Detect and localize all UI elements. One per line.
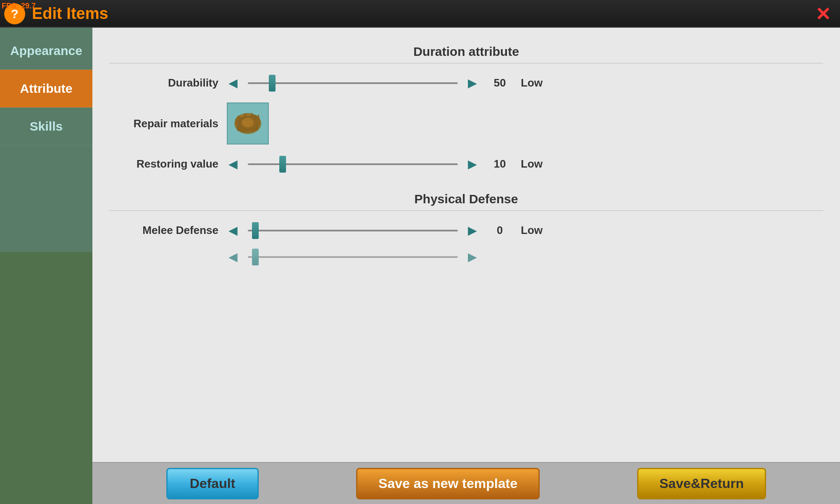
durability-track bbox=[248, 82, 458, 84]
header-bar: FPS: 29.7 ? Edit Items ✕ bbox=[0, 0, 840, 28]
fps-counter: FPS: 29.7 bbox=[2, 2, 36, 10]
restoring-value-row: Restoring value ◀ ▶ 10 Low bbox=[109, 157, 823, 171]
restoring-value-display: 10 bbox=[487, 158, 512, 171]
save-template-button[interactable]: Save as new template bbox=[356, 468, 540, 499]
duration-section-header: Duration attribute bbox=[109, 36, 823, 63]
durability-increase-button[interactable]: ▶ bbox=[466, 76, 479, 90]
melee-slider[interactable] bbox=[248, 226, 458, 235]
partial-slider[interactable] bbox=[248, 253, 458, 261]
melee-track bbox=[248, 230, 458, 231]
restoring-thumb[interactable] bbox=[279, 156, 286, 173]
partial-increase-button[interactable]: ▶ bbox=[466, 250, 479, 264]
content-scroll[interactable]: Duration attribute Durability ◀ ▶ 50 Low… bbox=[92, 28, 840, 462]
melee-value: 0 bbox=[487, 224, 512, 237]
bottom-bar: Default Save as new template Save&Return bbox=[92, 462, 840, 504]
content-area: Duration attribute Durability ◀ ▶ 50 Low… bbox=[92, 28, 840, 504]
partial-thumb[interactable] bbox=[252, 249, 259, 265]
main-container: Appearance Attribute Skills Duration att… bbox=[0, 28, 840, 504]
melee-rating: Low bbox=[521, 224, 554, 237]
sidebar-item-attribute[interactable]: Attribute bbox=[0, 70, 92, 108]
melee-defense-row: Melee Defense ◀ ▶ 0 Low bbox=[109, 223, 823, 237]
repair-materials-label: Repair materials bbox=[109, 117, 218, 130]
restoring-value-label: Restoring value bbox=[109, 158, 218, 171]
save-return-button[interactable]: Save&Return bbox=[637, 468, 766, 499]
melee-thumb[interactable] bbox=[252, 222, 259, 239]
durability-label: Durability bbox=[109, 76, 218, 89]
partial-row: ◀ ▶ bbox=[109, 250, 823, 264]
durability-slider[interactable] bbox=[248, 79, 458, 87]
restoring-slider[interactable] bbox=[248, 160, 458, 168]
repair-materials-row: Repair materials bbox=[109, 102, 823, 144]
sidebar-attribute-label: Attribute bbox=[20, 81, 73, 96]
melee-increase-button[interactable]: ▶ bbox=[466, 223, 479, 237]
sidebar: Appearance Attribute Skills bbox=[0, 28, 92, 504]
melee-defense-label: Melee Defense bbox=[109, 224, 218, 237]
durability-rating: Low bbox=[521, 76, 554, 89]
repair-material-icon bbox=[231, 107, 265, 140]
sidebar-appearance-label: Appearance bbox=[10, 44, 82, 58]
page-title: Edit Items bbox=[32, 5, 108, 23]
durability-value: 50 bbox=[487, 76, 512, 89]
physical-defense-section-header: Physical Defense bbox=[109, 184, 823, 211]
partial-decrease-button[interactable]: ◀ bbox=[227, 250, 239, 264]
sidebar-item-skills[interactable]: Skills bbox=[0, 108, 92, 145]
svg-point-5 bbox=[242, 118, 254, 127]
repair-material-slot[interactable] bbox=[227, 102, 269, 144]
partial-track bbox=[248, 256, 458, 258]
durability-thumb[interactable] bbox=[269, 75, 276, 92]
sidebar-item-appearance[interactable]: Appearance bbox=[0, 32, 92, 70]
restoring-decrease-button[interactable]: ◀ bbox=[227, 157, 239, 171]
close-button[interactable]: ✕ bbox=[812, 3, 833, 24]
restoring-rating: Low bbox=[521, 158, 554, 171]
durability-decrease-button[interactable]: ◀ bbox=[227, 76, 239, 90]
melee-decrease-button[interactable]: ◀ bbox=[227, 223, 239, 237]
restoring-increase-button[interactable]: ▶ bbox=[466, 157, 479, 171]
default-button[interactable]: Default bbox=[166, 468, 259, 499]
durability-row: Durability ◀ ▶ 50 Low bbox=[109, 76, 823, 90]
sidebar-skills-label: Skills bbox=[30, 119, 63, 134]
